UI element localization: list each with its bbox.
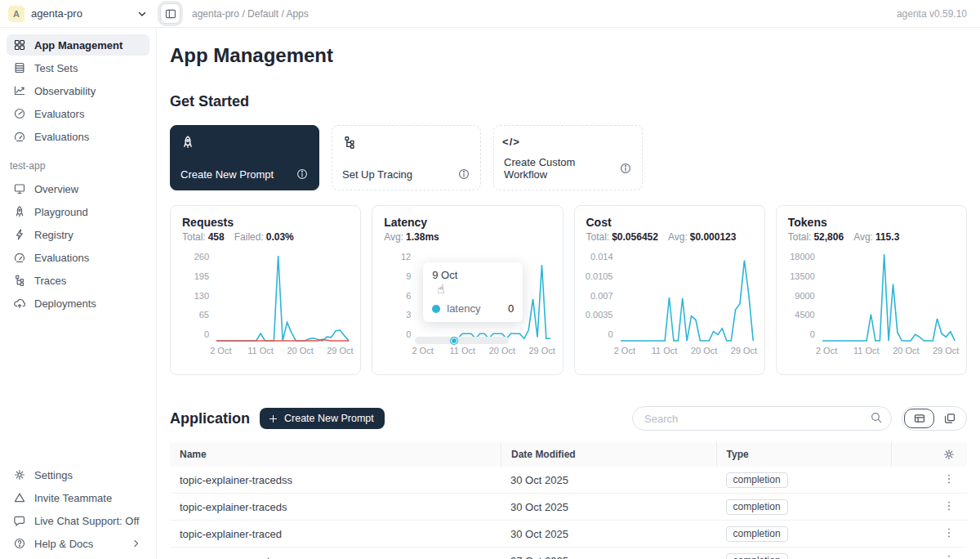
- dots-vertical-icon[interactable]: [942, 553, 956, 559]
- search-input[interactable]: [632, 406, 892, 431]
- get-started-cards: Create New PromptSet Up Tracing</>Create…: [170, 125, 967, 190]
- sidebar-item-label: Evaluations: [34, 131, 89, 143]
- table-row-topic-explainer-tracedss[interactable]: topic-explainer-tracedss30 Oct 2025compl…: [170, 467, 967, 494]
- sidebar-item-invite-teammate[interactable]: Invite Teammate: [7, 487, 149, 508]
- y-axis: 260195130650: [182, 254, 216, 341]
- plus-icon: [268, 414, 278, 424]
- dots-vertical-icon[interactable]: [942, 472, 956, 485]
- get-started-card-set-up-tracing[interactable]: Set Up Tracing: [332, 125, 481, 190]
- y-tick-label: 4500: [795, 311, 814, 320]
- cloud-icon: [13, 297, 26, 310]
- chart-stat: Avg:1.38ms: [384, 231, 439, 243]
- y-tick-label: 0.0105: [586, 272, 613, 281]
- chart-stats: Total:52,806Avg:115.3: [788, 231, 955, 243]
- app-root: A agenta-pro agenta-pro / Default / Apps…: [0, 0, 980, 559]
- sidebar-item-evaluations[interactable]: Evaluations: [7, 126, 149, 147]
- y-axis: 0.0140.01050.0070.00350: [586, 254, 621, 341]
- cell-name: topic-explainer-tracedss: [170, 474, 501, 486]
- workspace-switcher[interactable]: A agenta-pro: [0, 6, 157, 22]
- chart-plot[interactable]: [822, 254, 955, 341]
- sidebar-footer-list: SettingsInvite TeammateLive Chat Support…: [7, 464, 149, 554]
- sidebar-item-observability[interactable]: Observability: [7, 80, 149, 101]
- column-header-name[interactable]: Name: [170, 442, 501, 467]
- search-icon[interactable]: [870, 411, 883, 424]
- application-heading: Application: [170, 410, 250, 427]
- sidebar-item-label: Help & Docs: [34, 538, 93, 550]
- sidebar-item-evaluations[interactable]: Evaluations: [7, 247, 149, 268]
- sidebar-item-evaluators[interactable]: Evaluators: [7, 103, 149, 124]
- table-icon: [13, 61, 26, 74]
- info-icon[interactable]: [457, 168, 470, 181]
- sidebar-item-playground[interactable]: Playground: [7, 201, 149, 222]
- chart-tooltip: 9 Oct☝latency0: [423, 262, 523, 322]
- chart-stats: Total:458Failed:0.03%: [182, 231, 349, 243]
- sidebar-item-label: Live Chat Support: Off: [34, 515, 139, 527]
- table-row-topic-explainer-traceds[interactable]: topic-explainer-traceds30 Oct 2025comple…: [170, 494, 967, 521]
- cell-type: completion: [716, 499, 892, 515]
- y-tick-label: 0: [406, 330, 411, 339]
- sidebar-item-app-management[interactable]: App Management: [7, 34, 149, 56]
- get-started-card-create-new-prompt[interactable]: Create New Prompt: [170, 125, 319, 190]
- x-tick-label: 29 Oct: [731, 346, 757, 356]
- sidebar-item-test-sets[interactable]: Test Sets: [7, 57, 149, 78]
- speedometer-icon: [13, 130, 26, 143]
- help-icon: [13, 537, 26, 550]
- x-tick-label: 2 Oct: [412, 346, 433, 356]
- type-badge: completion: [726, 499, 788, 515]
- x-tick-label: 2 Oct: [816, 346, 837, 356]
- chart-title: Latency: [384, 216, 550, 229]
- table-row-topic-explainer-traced[interactable]: topic-explainer-traced30 Oct 2025complet…: [170, 521, 967, 548]
- chart-line-svg: [822, 254, 955, 341]
- x-axis: 2 Oct11 Oct20 Oct29 Oct: [216, 346, 349, 359]
- y-tick-label: 9: [406, 272, 411, 281]
- card-view-button[interactable]: [934, 409, 964, 428]
- sidebar-item-traces[interactable]: Traces: [7, 270, 149, 291]
- x-axis: 2 Oct11 Oct20 Oct29 Oct: [418, 346, 550, 359]
- rocket-icon: [13, 205, 26, 218]
- card-label: Set Up Tracing: [342, 168, 412, 181]
- x-axis: 2 Oct11 Oct20 Oct29 Oct: [822, 346, 955, 359]
- table-row-career-assessment[interactable]: career-assessment27 Oct 2025completion: [170, 548, 967, 559]
- x-tick-label: 11 Oct: [853, 346, 880, 356]
- chart-hover-band: [415, 337, 508, 344]
- x-tick-label: 2 Oct: [614, 346, 635, 356]
- sidebar-item-deployments[interactable]: Deployments: [7, 293, 149, 314]
- chart-card-requests: RequestsTotal:458Failed:0.03%26019513065…: [170, 205, 361, 375]
- card-view-icon: [943, 412, 956, 425]
- speedometer-icon: [13, 251, 26, 264]
- chart-plot[interactable]: 9 Oct☝latency0: [418, 254, 550, 341]
- chart-plot[interactable]: [216, 254, 349, 341]
- sidebar-item-live-chat-support-off[interactable]: Live Chat Support: Off: [7, 510, 149, 531]
- y-tick-label: 12: [401, 253, 411, 262]
- info-icon[interactable]: [296, 168, 309, 181]
- table-view-button[interactable]: [904, 409, 934, 428]
- tree-icon: [13, 274, 26, 287]
- info-icon[interactable]: [619, 162, 632, 175]
- table-view-icon: [913, 412, 926, 425]
- type-badge: completion: [726, 553, 788, 559]
- dots-vertical-icon[interactable]: [942, 499, 956, 512]
- y-tick-label: 0: [810, 330, 815, 339]
- x-tick-label: 11 Oct: [652, 346, 678, 356]
- sidebar-item-label: Evaluators: [34, 108, 84, 120]
- column-header-type[interactable]: Type: [716, 442, 892, 467]
- column-header-date-modified[interactable]: Date Modified: [501, 442, 716, 467]
- search-box: [632, 406, 892, 431]
- monitor-icon: [13, 182, 26, 195]
- chart-stat: Total:$0.056452: [586, 231, 658, 243]
- dots-vertical-icon[interactable]: [942, 526, 956, 539]
- sidebar-item-help-docs[interactable]: Help & Docs: [7, 533, 149, 554]
- x-tick-label: 20 Oct: [691, 346, 717, 356]
- chart-line-icon: [13, 84, 26, 97]
- sidebar-item-registry[interactable]: Registry: [7, 224, 149, 245]
- sidebar-item-settings[interactable]: Settings: [7, 464, 149, 485]
- get-started-card-create-custom-workflow[interactable]: </>Create Custom Workflow: [493, 125, 643, 190]
- sidebar-toggle-button[interactable]: [160, 3, 180, 24]
- sidebar-item-overview[interactable]: Overview: [7, 178, 149, 199]
- create-new-prompt-button[interactable]: Create New Prompt: [260, 408, 385, 429]
- cell-name: topic-explainer-traced: [170, 528, 501, 540]
- chart-plot[interactable]: [621, 254, 753, 341]
- view-toggle: [902, 406, 967, 431]
- table-settings-gear-icon[interactable]: [942, 448, 956, 461]
- x-tick-label: 29 Oct: [327, 346, 353, 356]
